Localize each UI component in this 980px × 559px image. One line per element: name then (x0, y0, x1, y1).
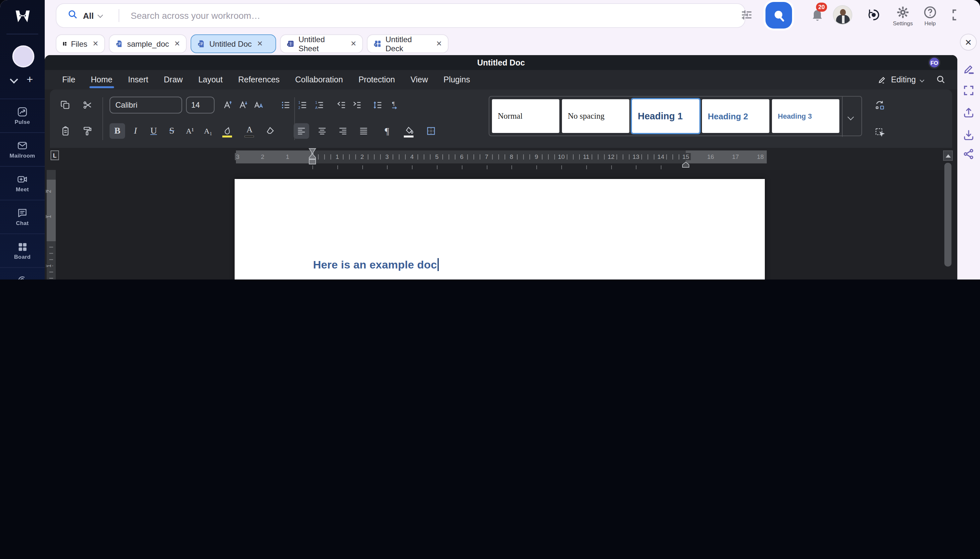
menu-layout[interactable]: Layout (198, 70, 223, 89)
search-submit-button[interactable] (766, 2, 792, 28)
copy-icon[interactable] (58, 97, 73, 113)
indent-marker[interactable] (308, 148, 317, 169)
ruler-number: 12 (606, 153, 616, 160)
ruler-right-margin (686, 150, 767, 164)
menu-references[interactable]: References (238, 70, 280, 89)
bold-button[interactable]: B (109, 123, 125, 139)
chevron-down-icon[interactable] (10, 75, 18, 83)
nonprinting-chars-dropdown[interactable]: ¶ (379, 123, 395, 139)
more-styles-button[interactable] (842, 97, 859, 137)
tab-untitled-deck[interactable]: w Untitled Deck ✕ (367, 35, 449, 53)
right-indent-marker[interactable] (681, 159, 690, 170)
share-icon[interactable] (962, 148, 975, 160)
decrease-indent-icon[interactable] (334, 97, 349, 113)
document-page[interactable]: Here is an example doc (234, 179, 765, 280)
font-color-dropdown[interactable]: A (242, 123, 257, 139)
line-spacing-dropdown[interactable] (370, 97, 386, 113)
document-heading-text[interactable]: Here is an example doc (313, 258, 439, 272)
search-filters-icon[interactable] (739, 8, 754, 22)
workspace-avatar[interactable] (12, 45, 35, 68)
search-input[interactable]: Search across your workroom… (130, 10, 260, 21)
borders-dropdown[interactable] (423, 123, 439, 139)
replace-icon[interactable] (872, 97, 887, 113)
align-center-button[interactable] (314, 123, 330, 139)
highlight-color-dropdown[interactable] (220, 123, 235, 139)
menu-view[interactable]: View (411, 70, 428, 89)
numbered-list-dropdown[interactable]: 12 (295, 97, 310, 113)
change-case-dropdown[interactable] (251, 97, 266, 113)
superscript-button[interactable]: A¹ (182, 123, 198, 139)
increase-indent-icon[interactable] (349, 97, 365, 113)
upload-icon[interactable] (962, 106, 975, 119)
close-icon[interactable]: ✕ (257, 40, 263, 48)
fullscreen-icon[interactable] (962, 84, 975, 97)
font-size-dropdown[interactable]: 14 (186, 97, 214, 114)
search-scope-dropdown[interactable]: All (83, 11, 94, 20)
style-heading-1[interactable]: Heading 1 (632, 99, 700, 133)
history-sync-icon[interactable] (866, 8, 881, 22)
add-workspace-button[interactable]: + (26, 74, 33, 85)
paragraph-direction-dropdown[interactable]: ¶ (387, 97, 403, 113)
menu-home[interactable]: Home (91, 70, 112, 89)
increase-font-size-icon[interactable] (220, 97, 235, 113)
vertical-scrollbar[interactable] (943, 150, 953, 280)
sidebar-item-pulse[interactable]: Pulse (0, 99, 45, 132)
tab-untitled-doc[interactable]: w Untitled Doc ✕ (191, 35, 276, 53)
format-painter-icon[interactable] (80, 123, 95, 139)
editing-mode-dropdown[interactable]: Editing (878, 70, 924, 89)
underline-button[interactable]: U (146, 123, 162, 139)
close-icon[interactable]: ✕ (174, 40, 180, 48)
settings-gear-icon[interactable] (896, 5, 910, 20)
justify-button[interactable] (356, 123, 371, 139)
scroll-up-button[interactable] (943, 150, 953, 161)
style-no-spacing[interactable]: No spacing (562, 99, 629, 133)
close-icon[interactable]: ✕ (93, 40, 99, 48)
menu-file[interactable]: File (62, 70, 75, 89)
vertical-ruler[interactable]: 211234567891011 (47, 170, 56, 280)
style-heading-3[interactable]: Heading 3 (772, 99, 839, 133)
collaborator-badge[interactable]: FO (928, 56, 940, 69)
edit-pencil-icon[interactable] (962, 63, 975, 75)
find-icon[interactable] (936, 74, 945, 87)
tab-sample-doc[interactable]: w sample_doc ✕ (109, 35, 186, 53)
shading-color-dropdown[interactable] (401, 123, 417, 139)
download-icon[interactable] (962, 129, 975, 141)
menu-protection[interactable]: Protection (358, 70, 395, 89)
decrease-font-size-icon[interactable] (235, 97, 251, 113)
strikethrough-button[interactable]: S (164, 123, 180, 139)
document-canvas[interactable]: 211234567891011 Here is an example doc (45, 170, 957, 280)
paste-icon[interactable] (58, 123, 73, 139)
sidebar-item-meet[interactable]: Meet (0, 166, 45, 200)
scrollbar-thumb[interactable] (944, 163, 952, 266)
menu-plugins[interactable]: Plugins (443, 70, 470, 89)
close-panel-button[interactable]: ✕ (960, 34, 977, 51)
style-heading-2[interactable]: Heading 2 (702, 99, 769, 133)
cut-icon[interactable] (80, 97, 95, 113)
close-icon[interactable]: ✕ (436, 40, 442, 48)
menu-insert[interactable]: Insert (128, 70, 148, 89)
sidebar-item-board[interactable]: Board (0, 233, 45, 267)
user-avatar[interactable] (833, 5, 852, 25)
align-left-button[interactable] (294, 123, 309, 139)
menu-draw[interactable]: Draw (164, 70, 183, 89)
align-right-button[interactable] (335, 123, 351, 139)
font-name-dropdown[interactable]: Calibri (109, 97, 182, 114)
style-normal[interactable]: Normal (492, 99, 559, 133)
italic-button[interactable]: I (128, 123, 143, 139)
clear-formatting-icon[interactable] (262, 123, 278, 139)
tab-selector-box[interactable]: L (51, 150, 59, 160)
tab-files[interactable]: Files ✕ (56, 35, 105, 53)
tab-untitled-sheet[interactable]: w Untitled Sheet ✕ (280, 35, 363, 53)
multilevel-list-dropdown[interactable]: 1A (312, 97, 327, 113)
sidebar-item-goals[interactable]: Goals (0, 267, 45, 280)
help-icon[interactable] (923, 5, 937, 20)
global-search-bar[interactable]: All Search across your workroom… (56, 3, 746, 28)
menu-collaboration[interactable]: Collaboration (295, 70, 343, 89)
sidebar-item-mailroom[interactable]: Mailroom (0, 132, 45, 166)
ruler-number: 18 (756, 153, 765, 160)
subscript-button[interactable]: A₁ (200, 123, 216, 139)
select-all-icon[interactable] (872, 124, 887, 140)
close-icon[interactable]: ✕ (351, 40, 356, 48)
bullet-list-dropdown[interactable] (278, 97, 294, 113)
sidebar-item-chat[interactable]: Chat (0, 200, 45, 233)
